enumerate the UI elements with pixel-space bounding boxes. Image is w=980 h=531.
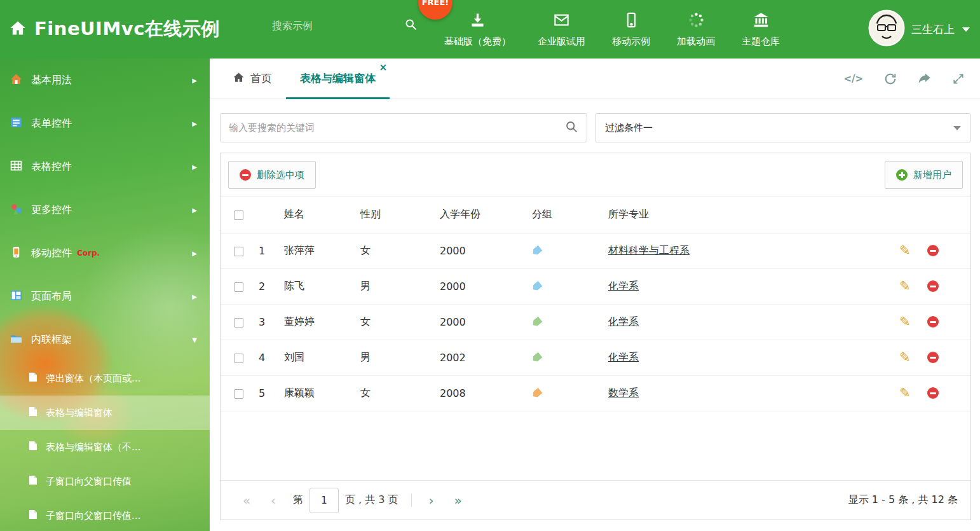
sidebar-item-mobile-controls[interactable]: 移动控件 Corp. ▶	[0, 231, 210, 275]
add-user-label: 新增用户	[913, 169, 951, 181]
delete-row-icon[interactable]	[927, 280, 939, 292]
minus-circle-icon	[240, 169, 251, 181]
bank-icon	[752, 11, 770, 31]
grid-toolbar: 删除选中项 新增用户	[221, 153, 970, 197]
search-icon[interactable]	[565, 120, 578, 136]
row-checkbox[interactable]	[234, 318, 243, 328]
top-header: FineUIMvc在线示例 FREE! 基础版（免费） 企业版试用	[0, 0, 980, 59]
sidebar-item-label: 基本用法	[31, 74, 72, 87]
sidebar-item-page-layout[interactable]: 页面布局 ▶	[0, 275, 210, 318]
sidebar-child-grid-edit-window[interactable]: 表格与编辑窗体	[0, 396, 210, 430]
sidebar-item-iframe[interactable]: 内联框架 ▼	[0, 318, 210, 361]
nav-label: 主题仓库	[742, 36, 780, 48]
tag-icon	[531, 316, 543, 328]
sidebar-child-label: 表格与编辑窗体（不...	[46, 441, 140, 453]
sidebar-child-grid-edit-window-2[interactable]: 表格与编辑窗体（不...	[0, 430, 210, 464]
year-cell: 2000	[440, 304, 532, 340]
envelope-icon	[553, 11, 570, 31]
expand-icon[interactable]	[952, 72, 965, 85]
edit-icon[interactable]: ✎	[899, 244, 911, 258]
column-name: 姓名	[284, 197, 360, 233]
edit-icon[interactable]: ✎	[899, 315, 911, 329]
sidebar-child-popup-window[interactable]: 弹出窗体（本页面或...	[0, 361, 210, 396]
row-checkbox[interactable]	[234, 389, 243, 399]
search-icon[interactable]	[404, 18, 418, 34]
file-icon	[28, 475, 38, 488]
next-page-button[interactable]: ›	[418, 493, 445, 508]
sidebar-item-label: 更多控件	[31, 203, 72, 217]
user-menu[interactable]: 三生石上	[868, 0, 970, 59]
nav-basic-free[interactable]: FREE! 基础版（免费）	[431, 11, 524, 48]
row-checkbox[interactable]	[234, 247, 243, 256]
header-search	[272, 18, 402, 34]
edit-icon[interactable]: ✎	[899, 387, 911, 400]
row-checkbox[interactable]	[234, 282, 243, 292]
brand[interactable]: FineUIMvc在线示例	[9, 0, 220, 59]
major-link[interactable]: 材料科学与工程系	[608, 244, 690, 256]
tag-icon	[531, 245, 543, 256]
sidebar-child-child-to-parent[interactable]: 子窗口向父窗口传值	[0, 464, 210, 499]
edit-icon[interactable]: ✎	[899, 280, 911, 293]
year-cell: 2000	[440, 268, 532, 304]
year-cell: 2008	[440, 375, 532, 411]
sidebar-item-grid-controls[interactable]: 表格控件 ▶	[0, 145, 210, 188]
nav-enterprise-trial[interactable]: 企业版试用	[524, 11, 599, 48]
major-link[interactable]: 化学系	[608, 280, 639, 292]
chevron-right-icon: ▶	[192, 250, 197, 257]
chevron-right-icon: ▶	[192, 163, 197, 170]
name-cell: 张萍萍	[284, 233, 360, 268]
sidebar-item-label: 表单控件	[31, 117, 72, 130]
delete-selected-button[interactable]: 删除选中项	[228, 161, 316, 189]
home-icon	[9, 19, 27, 39]
page-prefix: 第	[293, 493, 303, 507]
tab-label: 表格与编辑窗体	[300, 71, 376, 86]
nav-theme-repo[interactable]: 主题仓库	[728, 11, 793, 48]
code-icon[interactable]: </>	[843, 73, 863, 85]
sidebar-item-form-controls[interactable]: 表单控件 ▶	[0, 102, 210, 145]
gender-cell: 女	[360, 304, 440, 340]
main-content: 首页 表格与编辑窗体 × </>	[210, 59, 980, 531]
nav-mobile-demo[interactable]: 移动示例	[599, 11, 664, 48]
row-checkbox[interactable]	[234, 354, 243, 363]
first-page-button[interactable]: «	[233, 493, 260, 508]
major-link[interactable]: 数学系	[608, 387, 639, 399]
app-title: FineUIMvc在线示例	[34, 17, 220, 42]
name-cell: 刘国	[284, 340, 360, 375]
table-row: 1 张萍萍 女 2000 材料科学与工程系 ✎	[221, 233, 970, 268]
refresh-icon[interactable]	[883, 72, 897, 86]
major-link[interactable]: 化学系	[608, 315, 639, 328]
delete-row-icon[interactable]	[927, 352, 939, 363]
page-number-input[interactable]	[310, 488, 339, 513]
table-row: 5 康颖颖 女 2008 数学系 ✎	[221, 375, 970, 411]
header-search-input[interactable]	[272, 20, 399, 32]
sidebar-item-more-controls[interactable]: 更多控件 ▶	[0, 188, 210, 231]
chevron-right-icon: ▶	[192, 293, 197, 300]
filter-row: 过滤条件一	[210, 99, 980, 142]
filter-dropdown[interactable]: 过滤条件一	[595, 113, 971, 142]
sidebar-item-basic-usage[interactable]: 基本用法 ▶	[0, 59, 210, 102]
keyword-search-input[interactable]	[229, 122, 565, 134]
sidebar-child-child-to-parent-2[interactable]: 子窗口向父窗口传值...	[0, 499, 210, 531]
last-page-button[interactable]: »	[445, 493, 472, 508]
chevron-right-icon: ▶	[192, 77, 197, 84]
tab-grid-edit-window[interactable]: 表格与编辑窗体 ×	[286, 59, 390, 99]
prev-page-button[interactable]: ‹	[260, 493, 287, 508]
share-icon[interactable]	[918, 72, 932, 86]
delete-row-icon[interactable]	[927, 245, 939, 256]
add-user-button[interactable]: 新增用户	[885, 161, 963, 189]
sidebar-child-label: 表格与编辑窗体	[46, 407, 112, 419]
sidebar-child-label: 弹出窗体（本页面或...	[46, 373, 140, 385]
close-icon[interactable]: ×	[379, 63, 387, 72]
column-actions	[899, 197, 970, 233]
nav-label: 企业版试用	[538, 36, 585, 48]
delete-row-icon[interactable]	[927, 387, 939, 399]
tab-home[interactable]: 首页	[219, 59, 286, 99]
spinner-icon	[688, 11, 705, 31]
major-link[interactable]: 化学系	[608, 351, 639, 363]
sidebar-child-label: 子窗口向父窗口传值	[46, 476, 132, 488]
nav-loading-animation[interactable]: 加载动画	[664, 11, 728, 48]
delete-row-icon[interactable]	[927, 316, 939, 328]
select-all-checkbox[interactable]	[234, 210, 243, 220]
table-header-row: 姓名 性别 入学年份 分组 所学专业	[221, 197, 970, 233]
edit-icon[interactable]: ✎	[899, 351, 911, 364]
